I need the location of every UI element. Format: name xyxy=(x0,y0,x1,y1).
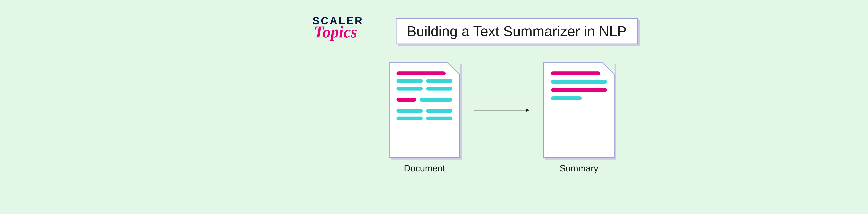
summary-label: Summary xyxy=(560,163,598,173)
highlight-line-icon xyxy=(551,71,600,75)
text-line-icon xyxy=(397,109,423,113)
svg-marker-1 xyxy=(526,108,529,112)
text-line-icon xyxy=(397,79,423,83)
document-icon xyxy=(389,63,460,158)
document-wrapper: Document xyxy=(389,63,460,173)
text-line-icon xyxy=(420,98,453,102)
text-line-icon xyxy=(426,116,453,120)
text-line-icon xyxy=(426,109,453,113)
highlight-line-icon xyxy=(397,98,416,102)
text-line-icon xyxy=(397,87,423,91)
summary-icon xyxy=(544,63,615,158)
highlight-line-icon xyxy=(397,71,446,75)
document-label: Document xyxy=(404,163,445,173)
page-fold-icon xyxy=(603,63,615,74)
page-title: Building a Text Summarizer in NLP xyxy=(407,23,626,39)
highlight-line-icon xyxy=(551,88,607,92)
title-box: Building a Text Summarizer in NLP xyxy=(396,18,638,44)
page-fold-icon xyxy=(448,63,460,74)
text-line-icon xyxy=(426,79,453,83)
summary-wrapper: Summary xyxy=(544,63,615,173)
summarizer-diagram: Document Summary xyxy=(389,63,615,173)
arrow-icon xyxy=(474,107,529,114)
text-line-icon xyxy=(426,87,453,91)
text-line-icon xyxy=(397,116,423,120)
text-line-icon xyxy=(551,97,582,100)
scaler-topics-logo: SCALER Topics xyxy=(312,15,373,38)
logo-subbrand-text: Topics xyxy=(314,25,373,38)
text-line-icon xyxy=(551,80,607,83)
